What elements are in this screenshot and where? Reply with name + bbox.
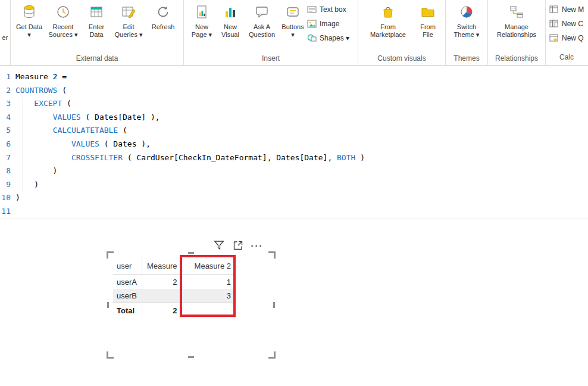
line-number: 1	[0, 70, 11, 84]
code-text: VALUES ( Dates ),	[15, 138, 151, 151]
indent-guide	[23, 97, 23, 192]
edit-queries-button[interactable]: Edit Queries ▾	[111, 0, 146, 51]
theme-palette-icon	[459, 3, 474, 21]
table-cell[interactable]: 1	[181, 275, 234, 290]
ribbon-group-themes: Switch Theme ▾ Themes	[446, 0, 488, 65]
new-measure-button[interactable]: New M	[549, 4, 587, 14]
table-row[interactable]: userA21	[113, 275, 234, 290]
resize-handle-bottom-left[interactable]	[107, 351, 114, 359]
get-data-label: Get Data ▾	[15, 23, 43, 39]
resize-handle-bottom-right[interactable]	[268, 351, 276, 359]
refresh-icon	[155, 3, 171, 21]
recent-sources-button[interactable]: Recent Sources ▾	[45, 0, 82, 51]
new-measure-icon	[549, 5, 559, 14]
table-cell[interactable]	[181, 303, 234, 319]
filter-icon[interactable]	[212, 239, 226, 252]
recent-sources-icon	[55, 3, 71, 21]
new-page-label: New Page ▾	[188, 23, 215, 39]
table-cell[interactable]: 2	[142, 303, 181, 319]
resize-handle-top-left[interactable]	[107, 251, 114, 259]
more-options-icon[interactable]: ···	[251, 239, 264, 252]
ribbon-group-label-insert: Insert	[184, 52, 358, 65]
table-visual[interactable]: ··· userMeasureMeasure 2 userA21userB3To…	[110, 255, 272, 355]
column-header-measure[interactable]: Measure	[142, 257, 181, 275]
clipped-ribbon-button[interactable]: er	[0, 0, 10, 51]
resize-handle-top[interactable]	[188, 252, 194, 254]
buttons-label: Buttons ▾	[280, 23, 306, 39]
new-quick-measure-button[interactable]: New Q	[549, 33, 587, 43]
code-lines: 1Measure 2 =2COUNTROWS (3 EXCEPT (4 VALU…	[0, 70, 588, 219]
table-cell[interactable]: userA	[113, 275, 142, 290]
resize-handle-bottom[interactable]	[188, 356, 194, 358]
table-row[interactable]: userB3	[113, 289, 234, 303]
insert-small-stack: Text box Image	[307, 0, 354, 51]
get-data-button[interactable]: Get Data ▾	[15, 0, 43, 51]
new-column-button[interactable]: New C	[549, 18, 587, 29]
resize-handle-left[interactable]	[107, 302, 109, 308]
resize-handle-right[interactable]	[273, 302, 275, 308]
code-line: 8 )	[0, 164, 588, 178]
code-text: COUNTROWS (	[15, 84, 67, 98]
ask-a-question-button[interactable]: Ask A Question	[245, 0, 279, 51]
ribbon-group-label-themes: Themes	[446, 52, 487, 65]
table-cell[interactable]: Total	[113, 303, 142, 319]
buttons-button[interactable]: Buttons ▾	[280, 0, 306, 51]
code-text: CALCULATETABLE (	[15, 124, 127, 138]
ribbon-group-custom-visuals: From Marketplace From File Custom visual…	[358, 0, 446, 65]
new-measure-label: New M	[562, 5, 584, 14]
code-line: 1Measure 2 =	[0, 70, 588, 84]
text-box-label: Text box	[320, 5, 346, 14]
enter-data-button[interactable]: Enter Data	[83, 0, 110, 51]
line-number: 6	[0, 138, 11, 151]
line-number: 8	[0, 164, 11, 178]
switch-theme-button[interactable]: Switch Theme ▾	[450, 0, 483, 51]
table-header-row: userMeasureMeasure 2	[113, 257, 234, 275]
from-marketplace-button[interactable]: From Marketplace	[362, 0, 414, 51]
text-box-button[interactable]: Text box	[307, 4, 354, 14]
new-page-icon	[194, 3, 209, 21]
new-column-label: New C	[562, 20, 583, 28]
shapes-label: Shapes ▾	[320, 34, 349, 42]
table-cell[interactable]: 3	[181, 289, 234, 303]
line-number: 5	[0, 124, 11, 138]
table-cell[interactable]: 2	[142, 275, 181, 290]
relationships-icon	[509, 3, 524, 21]
image-button[interactable]: Image	[307, 18, 354, 29]
ribbon-group-label-relationships: Relationships	[488, 52, 545, 65]
ribbon-group-calculations: New M New C	[546, 0, 587, 65]
line-number: 11	[0, 205, 11, 219]
clipped-button-label: er	[2, 34, 8, 42]
code-line: 9 )	[0, 178, 588, 192]
ribbon-group-clipped: er	[0, 0, 11, 65]
new-page-button[interactable]: New Page ▾	[188, 0, 215, 51]
edit-queries-icon	[121, 3, 136, 21]
manage-relationships-button[interactable]: Manage Relationships	[492, 0, 541, 51]
refresh-button[interactable]: Refresh	[147, 0, 179, 51]
table-cell[interactable]	[142, 289, 181, 303]
focus-mode-icon[interactable]	[232, 239, 245, 252]
text-box-icon	[307, 5, 317, 14]
dax-formula-editor[interactable]: 1Measure 2 =2COUNTROWS (3 EXCEPT (4 VALU…	[0, 66, 588, 219]
ribbon-group-label-custom-visuals: Custom visuals	[358, 52, 445, 65]
resize-handle-top-right[interactable]	[268, 251, 276, 259]
from-file-button[interactable]: From File	[415, 0, 441, 51]
table-cell[interactable]: userB	[113, 289, 142, 303]
ribbon: er Get Data ▾	[0, 0, 588, 66]
column-header-user[interactable]: user	[113, 257, 142, 275]
total-row[interactable]: Total2	[113, 303, 234, 319]
new-quick-measure-icon	[549, 33, 559, 43]
column-header-measure-2[interactable]: Measure 2	[181, 257, 234, 275]
report-canvas[interactable]	[0, 220, 588, 386]
line-number: 3	[0, 97, 11, 111]
shapes-button[interactable]: Shapes ▾	[307, 33, 354, 43]
enter-data-label: Enter Data	[83, 23, 110, 39]
new-visual-button[interactable]: New Visual	[217, 0, 244, 51]
code-line: 6 VALUES ( Dates ),	[0, 138, 588, 151]
code-line: 4 VALUES ( Dates[Date] ),	[0, 111, 588, 124]
ribbon-group-relationships: Manage Relationships Relationships	[488, 0, 546, 65]
code-line: 11	[0, 205, 588, 219]
line-number: 9	[0, 178, 11, 192]
powerbi-desktop-window: er Get Data ▾	[0, 0, 588, 386]
shapes-icon	[307, 33, 317, 43]
ask-a-question-label: Ask A Question	[245, 23, 279, 39]
